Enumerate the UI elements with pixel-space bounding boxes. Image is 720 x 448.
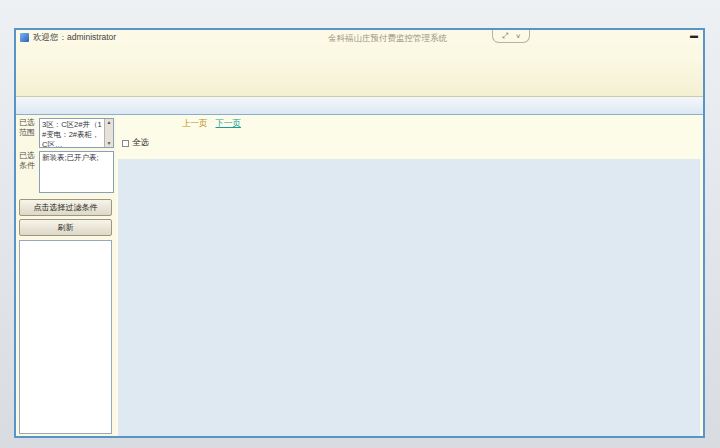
- ribbon: [16, 61, 703, 97]
- scrollbar[interactable]: ▲▼: [104, 119, 113, 147]
- refresh-button[interactable]: 刷新: [19, 219, 112, 236]
- select-all[interactable]: 全选: [122, 137, 149, 149]
- minimize-button[interactable]: ▬: [690, 31, 698, 41]
- ribbon-toggle[interactable]: ⤢ ˅: [492, 30, 530, 43]
- app-title: 金科福山庄预付费监控管理系统: [328, 33, 447, 45]
- action-bar: 全选: [122, 135, 703, 151]
- main-panel: 上一页 下一页 全选: [116, 115, 703, 436]
- welcome-text: 欢迎您：administrator: [33, 32, 116, 44]
- next-page-link[interactable]: 下一页: [216, 118, 242, 130]
- chevron-down-icon[interactable]: ˅: [516, 32, 520, 41]
- content: 已选范围 3区：C区2#井（1#变电：2#表柜，C区… ▲▼ 已选条件 新装表;…: [16, 115, 703, 436]
- building-tree: [19, 240, 112, 434]
- sidebar: 已选范围 3区：C区2#井（1#变电：2#表柜，C区… ▲▼ 已选条件 新装表;…: [16, 115, 116, 436]
- pagination-bar: 上一页 下一页: [182, 118, 703, 130]
- expand-icon[interactable]: ⤢: [502, 31, 508, 41]
- selected-range-label: 已选范围: [19, 118, 37, 148]
- selected-range-box[interactable]: 3区：C区2#井（1#变电：2#表柜，C区… ▲▼: [39, 118, 114, 148]
- tab-bar: [16, 97, 703, 115]
- menu-bar: [16, 45, 703, 61]
- app-window: 欢迎您：administrator 金科福山庄预付费监控管理系统 ⤢ ˅ ▬ 已…: [14, 28, 705, 438]
- title-bar: 欢迎您：administrator 金科福山庄预付费监控管理系统 ⤢ ˅ ▬: [16, 30, 703, 45]
- prev-page-link[interactable]: 上一页: [182, 118, 208, 130]
- choose-filter-button[interactable]: 点击选择过滤条件: [19, 199, 112, 216]
- select-all-checkbox[interactable]: [122, 140, 129, 147]
- selected-condition-label: 已选条件: [19, 151, 37, 193]
- grid-footer: [118, 159, 700, 436]
- app-logo-icon: [20, 33, 29, 42]
- selected-condition-box[interactable]: 新装表;已开户表;: [39, 151, 114, 193]
- desktop: 欢迎您：administrator 金科福山庄预付费监控管理系统 ⤢ ˅ ▬ 已…: [0, 0, 720, 448]
